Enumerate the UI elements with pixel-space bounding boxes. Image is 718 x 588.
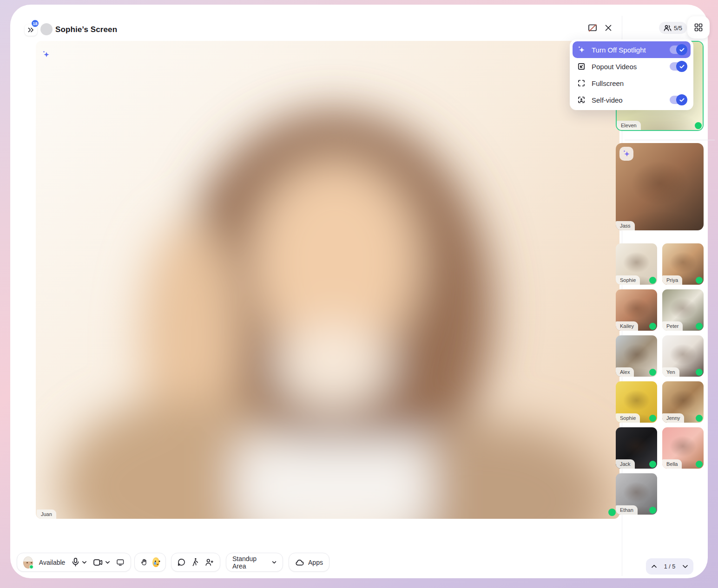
mic-control[interactable] bbox=[71, 557, 87, 567]
participant-tile[interactable]: Sophie bbox=[616, 381, 657, 423]
participant-name-label: Kailey bbox=[616, 321, 638, 331]
chevron-down-icon[interactable] bbox=[682, 564, 688, 568]
menu-item-label: Popout Videos bbox=[592, 63, 664, 71]
microphone-icon bbox=[71, 557, 80, 567]
menu-item-turn-off-spotlight[interactable]: Turn Off Spotlight bbox=[573, 41, 691, 58]
camera-icon bbox=[93, 558, 103, 567]
participant-name-label: Sophie bbox=[616, 413, 640, 423]
ai-sparkle-icon bbox=[42, 50, 50, 59]
people-icon bbox=[664, 25, 672, 32]
online-status-dot bbox=[649, 415, 656, 422]
speaker-name-label: Juan bbox=[37, 510, 56, 519]
spotlight-toggle[interactable] bbox=[670, 46, 686, 54]
menu-item-fullscreen[interactable]: Fullscreen bbox=[573, 75, 691, 91]
availability-label[interactable]: Available bbox=[39, 559, 66, 566]
popout-toggle[interactable] bbox=[670, 62, 686, 71]
close-screen-share-button[interactable] bbox=[602, 22, 614, 34]
desktop-background: 18 Sophie’s Screen 5/5 bbox=[0, 0, 718, 588]
participant-name-label: Eleven bbox=[617, 121, 641, 130]
online-status-dot bbox=[695, 122, 702, 129]
whiteboard-off-icon bbox=[587, 23, 598, 33]
participant-tile[interactable]: Ethan bbox=[616, 473, 657, 515]
online-status-dot bbox=[649, 461, 656, 468]
chevron-down-icon bbox=[272, 561, 277, 564]
notification-badge: 18 bbox=[31, 19, 40, 28]
screen-share-title: Sophie’s Screen bbox=[55, 25, 117, 34]
online-status-dot bbox=[696, 415, 703, 422]
sparkle-icon bbox=[622, 150, 631, 158]
participant-tile[interactable]: Jack bbox=[616, 427, 657, 469]
participant-tile[interactable]: Priya bbox=[662, 243, 704, 285]
participant-name-label: Priya bbox=[662, 275, 682, 285]
participant-name-label: Jack bbox=[616, 459, 635, 469]
participant-count-pill[interactable]: 5/5 bbox=[659, 22, 687, 34]
availability-dot bbox=[29, 565, 33, 569]
sparkle-icon bbox=[577, 46, 586, 54]
menu-item-label: Fullscreen bbox=[592, 79, 686, 87]
participant-tile[interactable]: Kailey bbox=[616, 289, 657, 331]
menu-item-popout-videos[interactable]: Popout Videos bbox=[573, 58, 691, 75]
participant-tile[interactable]: Yen bbox=[662, 335, 704, 377]
participant-name-label: Sophie bbox=[616, 275, 640, 285]
sidebar-pagination: 1 / 5 bbox=[646, 558, 693, 575]
online-status-dot bbox=[696, 277, 703, 284]
ai-sparkle-badge bbox=[619, 147, 633, 161]
self-video-icon bbox=[577, 96, 586, 104]
video-options-menu: Turn Off Spotlight Popout Videos Fullscr… bbox=[570, 39, 693, 110]
online-status-dot bbox=[649, 323, 656, 330]
presenter-avatar bbox=[40, 23, 53, 35]
raise-hand-icon[interactable] bbox=[141, 557, 147, 567]
online-status-dot bbox=[696, 323, 703, 330]
chat-icon[interactable] bbox=[178, 558, 185, 567]
double-chevron-right-icon bbox=[27, 27, 34, 33]
self-avatar[interactable] bbox=[23, 556, 33, 568]
chevron-down-icon[interactable] bbox=[105, 561, 110, 564]
participant-tile[interactable]: Alex bbox=[616, 335, 657, 377]
area-selector[interactable]: Standup Area bbox=[226, 553, 283, 572]
menu-item-self-video[interactable]: Self-video bbox=[573, 91, 691, 108]
participant-name-label: Bella bbox=[662, 459, 682, 469]
participant-tile[interactable]: Bella bbox=[662, 427, 704, 469]
chevron-down-icon[interactable] bbox=[82, 561, 87, 564]
chevron-up-icon[interactable] bbox=[651, 564, 657, 568]
participant-tile[interactable]: Jenny bbox=[662, 381, 704, 423]
menu-item-label: Turn Off Spotlight bbox=[592, 46, 664, 54]
sidebar-section-divider bbox=[625, 140, 715, 140]
participant-name-label: Alex bbox=[616, 367, 634, 377]
participant-name-label: Ethan bbox=[616, 505, 638, 515]
speaker-portrait bbox=[36, 41, 619, 519]
online-status-dot bbox=[649, 277, 656, 284]
fullscreen-icon bbox=[577, 79, 586, 87]
popout-icon bbox=[577, 62, 586, 71]
participant-name-label: Yen bbox=[662, 367, 679, 377]
participant-name-label: Jass bbox=[616, 221, 635, 230]
close-icon bbox=[604, 24, 613, 32]
main-stage-video[interactable]: Juan bbox=[36, 41, 619, 519]
layout-grid-button[interactable] bbox=[687, 16, 710, 39]
online-status-dot bbox=[649, 507, 656, 514]
participant-tile[interactable]: Sophie bbox=[616, 243, 657, 285]
participant-count-label: 5/5 bbox=[674, 25, 682, 32]
area-label: Standup Area bbox=[232, 555, 269, 570]
menu-item-label: Self-video bbox=[592, 96, 664, 104]
stop-annotation-button[interactable] bbox=[586, 22, 599, 34]
online-status-dot bbox=[649, 369, 656, 376]
apps-cloud-icon bbox=[295, 558, 304, 567]
participant-tile[interactable]: Peter bbox=[662, 289, 704, 331]
toolbar-actions-group bbox=[171, 553, 220, 572]
self-video-toggle[interactable] bbox=[670, 96, 686, 104]
pagination-label: 1 / 5 bbox=[664, 563, 675, 570]
walking-person-icon[interactable] bbox=[192, 557, 198, 567]
toolbar-status-group: Available bbox=[17, 553, 131, 572]
online-status-dot bbox=[696, 461, 703, 468]
toolbar-reactions-group bbox=[134, 553, 166, 572]
participant-name-label: Jenny bbox=[662, 413, 684, 423]
camera-control[interactable] bbox=[93, 558, 110, 567]
participant-name-label: Peter bbox=[662, 321, 683, 331]
apps-button[interactable]: Apps bbox=[289, 553, 329, 572]
participant-tile-featured[interactable]: Jass bbox=[616, 143, 704, 230]
add-person-icon[interactable] bbox=[205, 558, 214, 567]
screen-share-icon[interactable] bbox=[116, 558, 125, 567]
apps-label: Apps bbox=[308, 559, 323, 566]
crying-face-emoji[interactable] bbox=[152, 557, 159, 567]
